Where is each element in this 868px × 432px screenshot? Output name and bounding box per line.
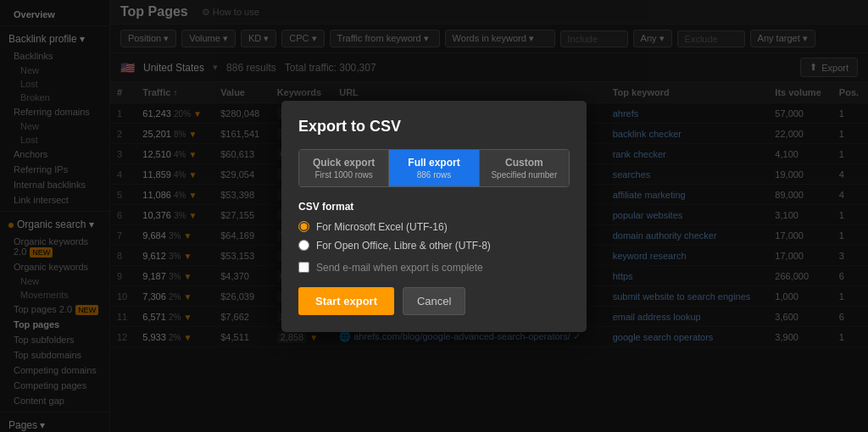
modal-actions: Start export Cancel	[298, 287, 570, 315]
radio-group: For Microsoft Excel (UTF-16) For Open Of…	[298, 221, 570, 252]
radio-excel[interactable]: For Microsoft Excel (UTF-16)	[298, 221, 570, 233]
modal-title: Export to CSV	[298, 118, 570, 136]
tab-custom-export[interactable]: Custom Specified number	[480, 150, 569, 186]
csv-format-label: CSV format	[298, 201, 570, 213]
radio-excel-input[interactable]	[298, 221, 309, 232]
tab-quick-export[interactable]: Quick export First 1000 rows	[299, 150, 389, 186]
cancel-button[interactable]: Cancel	[403, 287, 465, 315]
checkbox-email-input[interactable]	[298, 262, 309, 273]
checkbox-email[interactable]: Send e-mail when export is complete	[298, 262, 570, 274]
radio-open[interactable]: For Open Office, Libre & other (UTF-8)	[298, 240, 570, 252]
modal-overlay: Export to CSV Quick export First 1000 ro…	[0, 0, 868, 432]
start-export-button[interactable]: Start export	[298, 287, 394, 315]
export-modal: Export to CSV Quick export First 1000 ro…	[281, 101, 587, 332]
radio-open-input[interactable]	[298, 240, 309, 251]
export-tabs: Quick export First 1000 rows Full export…	[298, 149, 570, 187]
tab-full-export[interactable]: Full export 886 rows	[389, 150, 479, 186]
